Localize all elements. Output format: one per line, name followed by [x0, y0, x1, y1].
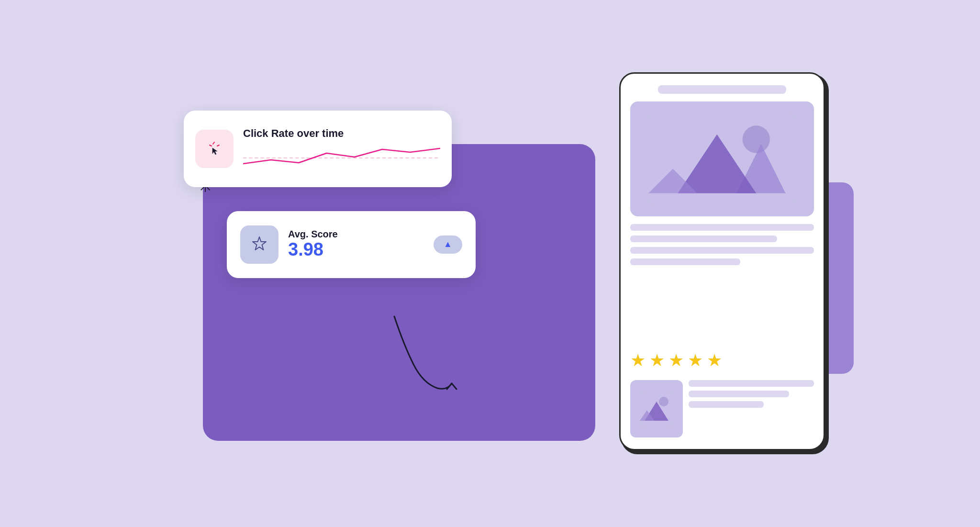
- avg-score-icon-bg: [240, 225, 278, 264]
- svg-line-1: [217, 145, 219, 146]
- star-outline-icon: [249, 234, 270, 255]
- small-mountain-icon: [640, 392, 673, 426]
- star-4: ★: [688, 350, 703, 370]
- star-1: ★: [630, 350, 646, 370]
- svg-point-5: [743, 125, 770, 153]
- phone-mockup: ★ ★ ★ ★ ★: [619, 72, 825, 450]
- svg-line-2: [210, 145, 212, 146]
- phone-line-4: [630, 258, 740, 265]
- avg-score-label: Avg. Score: [288, 229, 424, 240]
- up-arrow-icon: ▲: [444, 239, 452, 249]
- click-rate-icon-bg: [195, 130, 234, 168]
- svg-point-10: [659, 397, 668, 406]
- avg-score-content: Avg. Score 3.98: [288, 229, 424, 260]
- phone-text-lines: [630, 224, 814, 341]
- phone-bottom-line-2: [689, 391, 789, 397]
- curl-arrow-decoration: [385, 307, 461, 393]
- phone-bottom-row: [630, 380, 814, 437]
- phone-stars-row: ★ ★ ★ ★ ★: [630, 348, 814, 372]
- phone-line-1: [630, 224, 814, 231]
- phone-bottom-line-1: [689, 380, 814, 387]
- avg-score-card: Avg. Score 3.98 ▲: [227, 211, 476, 278]
- up-trend-badge: ▲: [434, 235, 462, 254]
- phone-bottom-lines: [689, 380, 814, 408]
- mountain-illustration: [648, 113, 795, 205]
- phone-image-small: [630, 380, 683, 437]
- click-rate-chart: [243, 145, 440, 168]
- star-2: ★: [649, 350, 665, 370]
- click-rate-card: Click Rate over time: [184, 111, 452, 187]
- click-rate-content: Click Rate over time: [243, 127, 440, 170]
- star-5: ★: [707, 350, 722, 370]
- avg-score-value: 3.98: [288, 240, 424, 260]
- phone-line-3: [630, 247, 814, 254]
- svg-line-0: [213, 142, 214, 144]
- phone-top-bar: [658, 85, 787, 94]
- purple-background-block: [203, 144, 595, 441]
- phone-line-2: [630, 235, 777, 242]
- click-rate-title: Click Rate over time: [243, 127, 440, 140]
- star-3: ★: [668, 350, 684, 370]
- phone-bottom-line-3: [689, 401, 764, 408]
- phone-image-large: [630, 101, 814, 216]
- cursor-icon: [206, 140, 223, 157]
